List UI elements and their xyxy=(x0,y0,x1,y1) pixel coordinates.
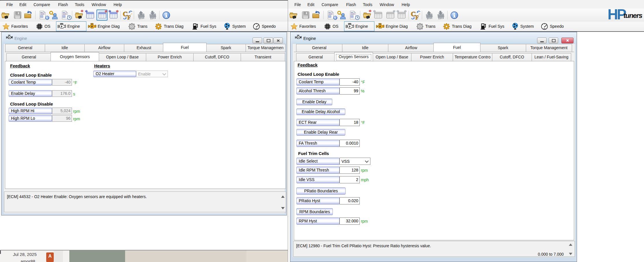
svg-text:i: i xyxy=(335,16,336,20)
svg-text:i: i xyxy=(47,16,48,20)
